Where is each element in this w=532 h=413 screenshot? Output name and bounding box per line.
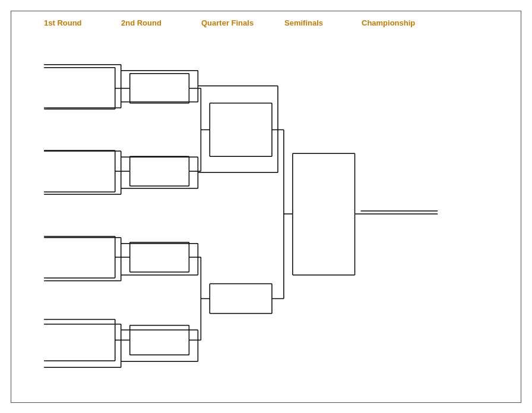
bracket-container: 1st Round 2nd Round Quarter Finals Semif… (11, 11, 521, 403)
bracket-main (11, 11, 521, 402)
